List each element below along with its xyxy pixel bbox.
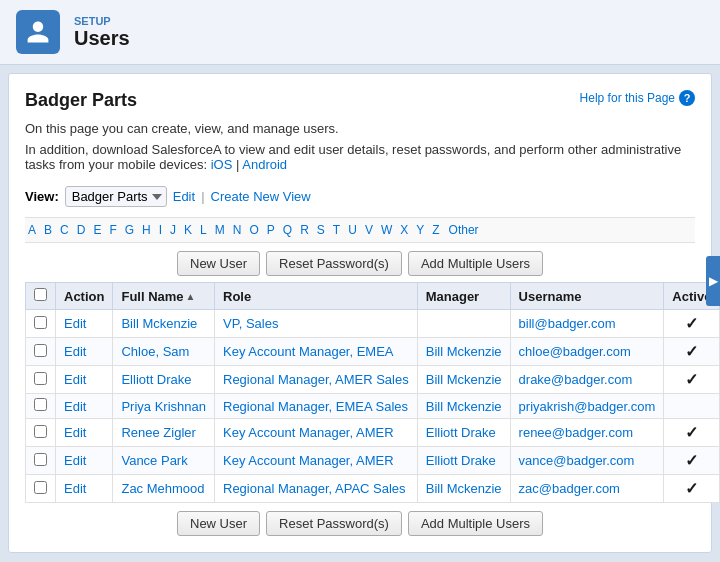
side-tab[interactable]: ▶ xyxy=(706,256,720,306)
alpha-S[interactable]: S xyxy=(314,222,328,238)
create-view-link[interactable]: Create New View xyxy=(211,189,311,204)
edit-link[interactable]: Edit xyxy=(64,399,86,414)
alpha-U[interactable]: U xyxy=(345,222,360,238)
table-row: EditBill MckenzieVP, Salesbill@badger.co… xyxy=(26,310,721,338)
role-link[interactable]: Regional Manager, EMEA Sales xyxy=(223,399,408,414)
username-link[interactable]: renee@badger.com xyxy=(519,425,633,440)
manager-link[interactable]: Elliott Drake xyxy=(426,425,496,440)
fullname-link[interactable]: Priya Krishnan xyxy=(121,399,206,414)
reset-passwords-button-top[interactable]: Reset Password(s) xyxy=(266,251,402,276)
alpha-K[interactable]: K xyxy=(181,222,195,238)
row-checkbox[interactable] xyxy=(34,398,47,411)
row-checkbox[interactable] xyxy=(34,344,47,357)
username-link[interactable]: bill@badger.com xyxy=(519,316,616,331)
ios-link[interactable]: iOS xyxy=(211,157,233,172)
alpha-E[interactable]: E xyxy=(90,222,104,238)
view-label: View: xyxy=(25,189,59,204)
role-link[interactable]: Key Account Manager, AMER xyxy=(223,425,394,440)
header-text: SETUP Users xyxy=(74,15,130,50)
alpha-X[interactable]: X xyxy=(397,222,411,238)
fullname-link[interactable]: Chloe, Sam xyxy=(121,344,189,359)
manager-link[interactable]: Bill Mckenzie xyxy=(426,481,502,496)
th-fullname[interactable]: Full Name ▲ xyxy=(113,283,215,310)
role-link[interactable]: Regional Manager, AMER Sales xyxy=(223,372,409,387)
cell-username: priyakrish@badger.com xyxy=(510,394,664,419)
setup-label: SETUP xyxy=(74,15,130,27)
help-link[interactable]: Help for this Page ? xyxy=(580,90,695,106)
edit-link[interactable]: Edit xyxy=(64,344,86,359)
add-multiple-users-button-top[interactable]: Add Multiple Users xyxy=(408,251,543,276)
new-user-button-bottom[interactable]: New User xyxy=(177,511,260,536)
alpha-H[interactable]: H xyxy=(139,222,154,238)
username-link[interactable]: drake@badger.com xyxy=(519,372,633,387)
side-tab-arrow-icon: ▶ xyxy=(709,274,718,288)
fullname-link[interactable]: Zac Mehmood xyxy=(121,481,204,496)
th-checkbox xyxy=(26,283,56,310)
row-checkbox[interactable] xyxy=(34,453,47,466)
row-checkbox[interactable] xyxy=(34,481,47,494)
alpha-W[interactable]: W xyxy=(378,222,395,238)
alpha-M[interactable]: M xyxy=(212,222,228,238)
cell-manager: Bill Mckenzie xyxy=(417,366,510,394)
cell-fullname: Chloe, Sam xyxy=(113,338,215,366)
top-action-buttons: New User Reset Password(s) Add Multiple … xyxy=(25,251,695,276)
fullname-link[interactable]: Renee Zigler xyxy=(121,425,195,440)
alpha-O[interactable]: O xyxy=(246,222,261,238)
description2: In addition, download SalesforceA to vie… xyxy=(25,142,695,172)
role-link[interactable]: VP, Sales xyxy=(223,316,278,331)
alpha-D[interactable]: D xyxy=(74,222,89,238)
alpha-L[interactable]: L xyxy=(197,222,210,238)
view-select[interactable]: Badger Parts xyxy=(65,186,167,207)
add-multiple-users-button-bottom[interactable]: Add Multiple Users xyxy=(408,511,543,536)
manager-link[interactable]: Bill Mckenzie xyxy=(426,372,502,387)
alpha-P[interactable]: P xyxy=(264,222,278,238)
alpha-Z[interactable]: Z xyxy=(429,222,442,238)
manager-link[interactable]: Elliott Drake xyxy=(426,453,496,468)
username-link[interactable]: vance@badger.com xyxy=(519,453,635,468)
alpha-Y[interactable]: Y xyxy=(413,222,427,238)
fullname-link[interactable]: Bill Mckenzie xyxy=(121,316,197,331)
cell-action: Edit xyxy=(56,366,113,394)
role-link[interactable]: Regional Manager, APAC Sales xyxy=(223,481,406,496)
row-checkbox[interactable] xyxy=(34,425,47,438)
edit-view-link[interactable]: Edit xyxy=(173,189,195,204)
alpha-R[interactable]: R xyxy=(297,222,312,238)
alpha-T[interactable]: T xyxy=(330,222,343,238)
active-checkmark: ✓ xyxy=(685,480,698,497)
alpha-A[interactable]: A xyxy=(25,222,39,238)
manager-link[interactable]: Bill Mckenzie xyxy=(426,344,502,359)
android-link[interactable]: Android xyxy=(242,157,287,172)
cell-action: Edit xyxy=(56,419,113,447)
table-row: EditElliott DrakeRegional Manager, AMER … xyxy=(26,366,721,394)
edit-link[interactable]: Edit xyxy=(64,372,86,387)
select-all-checkbox[interactable] xyxy=(34,288,47,301)
edit-link[interactable]: Edit xyxy=(64,453,86,468)
alpha-B[interactable]: B xyxy=(41,222,55,238)
manager-link[interactable]: Bill Mckenzie xyxy=(426,399,502,414)
new-user-button-top[interactable]: New User xyxy=(177,251,260,276)
row-checkbox[interactable] xyxy=(34,316,47,329)
fullname-link[interactable]: Elliott Drake xyxy=(121,372,191,387)
edit-link[interactable]: Edit xyxy=(64,425,86,440)
alpha-N[interactable]: N xyxy=(230,222,245,238)
reset-passwords-button-bottom[interactable]: Reset Password(s) xyxy=(266,511,402,536)
cell-manager: Elliott Drake xyxy=(417,419,510,447)
username-link[interactable]: chloe@badger.com xyxy=(519,344,631,359)
role-link[interactable]: Key Account Manager, AMER xyxy=(223,453,394,468)
row-checkbox[interactable] xyxy=(34,372,47,385)
th-action: Action xyxy=(56,283,113,310)
alpha-J[interactable]: J xyxy=(167,222,179,238)
alpha-other[interactable]: Other xyxy=(445,222,483,238)
alpha-I[interactable]: I xyxy=(156,222,165,238)
alpha-Q[interactable]: Q xyxy=(280,222,295,238)
alpha-G[interactable]: G xyxy=(122,222,137,238)
alpha-V[interactable]: V xyxy=(362,222,376,238)
role-link[interactable]: Key Account Manager, EMEA xyxy=(223,344,394,359)
fullname-link[interactable]: Vance Park xyxy=(121,453,187,468)
edit-link[interactable]: Edit xyxy=(64,316,86,331)
username-link[interactable]: priyakrish@badger.com xyxy=(519,399,656,414)
username-link[interactable]: zac@badger.com xyxy=(519,481,620,496)
alpha-F[interactable]: F xyxy=(106,222,119,238)
edit-link[interactable]: Edit xyxy=(64,481,86,496)
alpha-C[interactable]: C xyxy=(57,222,72,238)
